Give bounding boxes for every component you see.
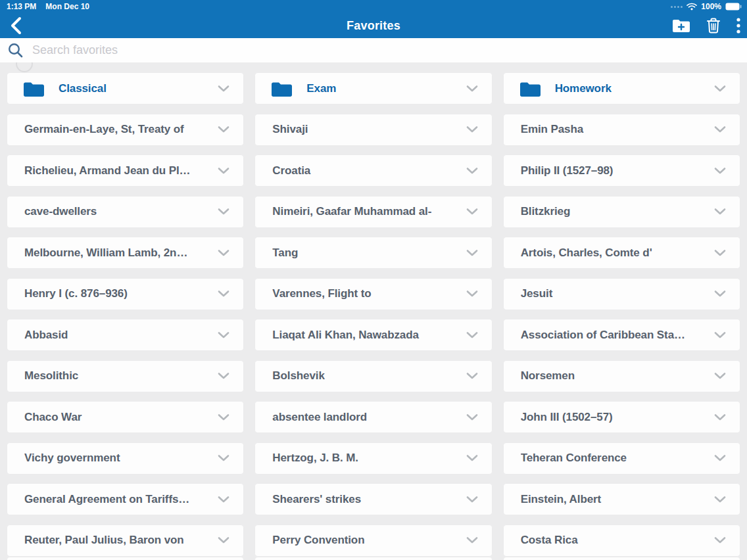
favorite-item-label: General Agreement on Tariffs… (24, 493, 210, 506)
favorite-item-label: Reuter, Paul Julius, Baron von (24, 534, 210, 547)
delete-button[interactable] (706, 18, 721, 34)
chevron-down-icon[interactable] (712, 165, 728, 177)
chevron-down-icon[interactable] (216, 411, 231, 423)
favorite-item[interactable]: Teheran Conference (504, 443, 740, 474)
favorite-item[interactable]: Philip II (1527–98) (504, 155, 740, 186)
trash-icon (706, 18, 721, 34)
favorite-item[interactable]: Varennes, Flight to (255, 279, 491, 310)
favorite-item[interactable]: Jesuit (504, 279, 740, 310)
favorite-item[interactable]: Nimeiri, Gaafar Muhammad al- (255, 197, 491, 227)
folder-plus-icon (672, 18, 690, 33)
favorite-item[interactable]: Vichy government (7, 443, 243, 474)
chevron-down-icon[interactable] (712, 329, 728, 341)
chevron-down-icon[interactable] (216, 288, 231, 300)
chevron-down-icon[interactable] (216, 494, 231, 505)
favorite-item-label: Norsemen (521, 369, 707, 383)
favorite-item[interactable]: Croatia (255, 155, 491, 186)
chevron-down-icon[interactable] (216, 370, 231, 382)
chevron-down-icon[interactable] (216, 452, 231, 464)
chevron-down-icon[interactable] (464, 165, 480, 177)
favorite-item[interactable]: John III (1502–57) (504, 402, 740, 432)
chevron-down-icon[interactable] (712, 452, 728, 464)
chevron-down-icon[interactable] (464, 206, 480, 218)
favorite-item-label: Shivaji (272, 123, 458, 136)
chevron-down-icon[interactable] (216, 329, 231, 341)
favorite-item[interactable]: Melbourne, William Lamb, 2n… (7, 237, 243, 268)
favorite-item[interactable]: cave-dwellers (7, 197, 243, 227)
favorite-item[interactable]: Artois, Charles, Comte d' (504, 237, 740, 268)
favorite-item-label: Blitzkrieg (521, 205, 707, 218)
chevron-down-icon[interactable] (712, 534, 728, 546)
favorite-item[interactable]: Bolshevik (255, 361, 491, 392)
folder-card[interactable]: Classical (7, 73, 243, 104)
favorite-item[interactable]: Henry I (c. 876–936) (7, 279, 243, 310)
chevron-down-icon[interactable] (712, 288, 728, 300)
chevron-down-icon[interactable] (464, 247, 480, 259)
partial-next-row (7, 557, 740, 560)
favorite-item-label: Henry I (c. 876–936) (24, 287, 210, 300)
chevron-down-icon[interactable] (712, 206, 728, 218)
favorite-item[interactable]: Chaco War (7, 402, 243, 432)
battery-icon (725, 3, 742, 11)
favorite-item[interactable]: Perry Convention (255, 525, 491, 556)
favorite-item[interactable]: Abbasid (7, 319, 243, 350)
chevron-down-icon[interactable] (464, 370, 480, 382)
favorite-item[interactable]: Liaqat Ali Khan, Nawabzada (255, 319, 491, 350)
favorite-item[interactable]: Tang (255, 237, 491, 268)
chevron-down-icon[interactable] (712, 83, 728, 95)
folder-card[interactable]: Exam (255, 73, 491, 104)
favorite-item-label: Perry Convention (272, 534, 458, 547)
chevron-down-icon[interactable] (216, 124, 231, 135)
chevron-down-icon[interactable] (712, 124, 728, 135)
favorite-item-label: Germain-en-Laye, St, Treaty of (24, 123, 210, 136)
folder-label: Exam (306, 82, 458, 95)
favorite-item[interactable]: Hertzog, J. B. M. (255, 443, 491, 474)
favorite-item[interactable]: Association of Caribbean Sta… (504, 319, 740, 350)
back-button[interactable] (4, 13, 28, 38)
chevron-down-icon[interactable] (712, 411, 728, 423)
chevron-down-icon[interactable] (712, 370, 728, 382)
favorite-item[interactable]: Blitzkrieg (504, 197, 740, 227)
chevron-down-icon[interactable] (216, 534, 231, 546)
more-options-button[interactable] (736, 18, 740, 34)
favorite-item[interactable]: Shivaji (255, 114, 491, 145)
chevron-down-icon[interactable] (464, 534, 480, 546)
favorite-item-label: Richelieu, Armand Jean du Pl… (24, 164, 210, 177)
chevron-down-icon[interactable] (216, 206, 231, 218)
chevron-down-icon[interactable] (216, 247, 231, 259)
favorite-item-label: Nimeiri, Gaafar Muhammad al- (272, 205, 458, 218)
chevron-down-icon[interactable] (464, 288, 480, 300)
search-input[interactable] (32, 43, 739, 57)
chevron-down-icon[interactable] (464, 124, 480, 135)
chevron-down-icon[interactable] (464, 452, 480, 464)
folder-card[interactable]: Homework (504, 73, 740, 104)
favorite-item[interactable]: Mesolithic (7, 361, 243, 392)
favorite-item[interactable]: Reuter, Paul Julius, Baron von (7, 525, 243, 556)
chevron-down-icon[interactable] (464, 83, 480, 95)
chevron-down-icon[interactable] (216, 165, 231, 177)
ellipsis-vertical-icon (736, 18, 740, 34)
chevron-down-icon[interactable] (464, 411, 480, 423)
favorite-item[interactable]: Einstein, Albert (504, 484, 740, 515)
status-date: Mon Dec 10 (45, 2, 89, 11)
favorite-item-label: Abbasid (24, 329, 210, 342)
content-area: Classical Exam Homework (0, 62, 747, 560)
favorite-item[interactable]: Norsemen (504, 361, 740, 392)
favorite-item[interactable]: Shearers' strikes (255, 484, 491, 515)
battery-percent: 100% (701, 2, 721, 11)
favorite-item[interactable]: General Agreement on Tariffs… (7, 484, 243, 515)
favorite-item[interactable]: Emin Pasha (504, 114, 740, 145)
favorite-item[interactable]: absentee landlord (255, 402, 491, 432)
search-bar (0, 38, 747, 62)
favorite-item[interactable]: Richelieu, Armand Jean du Pl… (7, 155, 243, 186)
favorite-item[interactable]: Germain-en-Laye, St, Treaty of (7, 114, 243, 145)
favorite-item-label: Melbourne, William Lamb, 2n… (24, 246, 210, 260)
favorite-item[interactable]: Costa Rica (504, 525, 740, 556)
chevron-down-icon[interactable] (464, 494, 480, 505)
chevron-down-icon[interactable] (712, 494, 728, 505)
chevron-down-icon[interactable] (464, 329, 480, 341)
add-folder-button[interactable] (672, 18, 690, 33)
chevron-down-icon[interactable] (712, 247, 728, 259)
favorite-item-label: Artois, Charles, Comte d' (521, 246, 707, 260)
chevron-down-icon[interactable] (216, 83, 231, 95)
